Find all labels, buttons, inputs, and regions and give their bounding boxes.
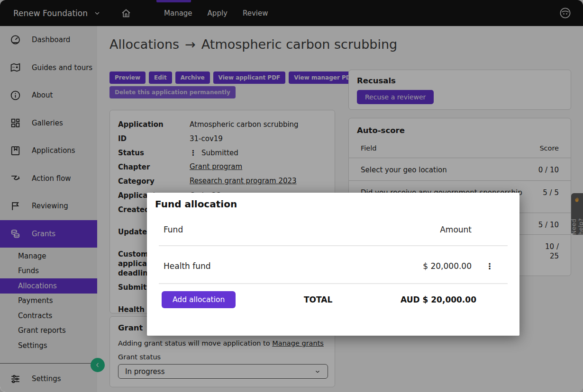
- column-fund: Fund: [159, 225, 396, 234]
- total-value: AUD $ 20,000.00: [401, 295, 476, 304]
- modal-footer: Add allocation TOTAL AUD $ 20,000.00: [162, 291, 476, 308]
- fund-name: Health fund: [159, 261, 396, 271]
- modal-title: Fund allocation: [155, 198, 237, 210]
- fund-allocation-modal: Fund allocation Fund Amount Health fund …: [147, 193, 519, 336]
- total-label: TOTAL: [304, 295, 332, 304]
- app-window: Renew Foundation Manage Apply Review Das…: [0, 0, 583, 392]
- add-allocation-button[interactable]: Add allocation: [162, 291, 236, 308]
- column-amount: Amount: [396, 225, 472, 234]
- modal-table-header: Fund Amount: [159, 225, 508, 234]
- divider: [159, 283, 508, 284]
- fund-amount: $ 20,000.00: [396, 261, 472, 271]
- row-menu-icon[interactable]: ⋮: [472, 261, 508, 271]
- allocation-row: Health fund $ 20,000.00 ⋮: [159, 254, 508, 278]
- divider: [159, 245, 508, 246]
